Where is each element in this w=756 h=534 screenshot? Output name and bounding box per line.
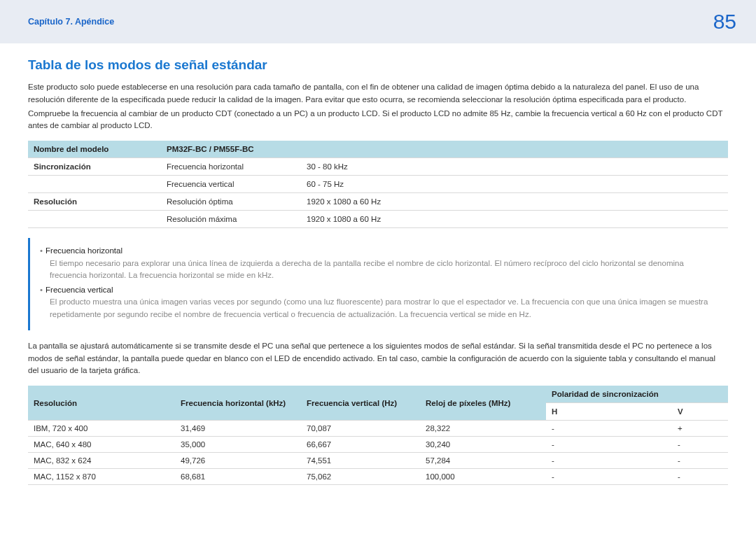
t1-cell: 60 - 75 Hz xyxy=(301,176,728,193)
t2-h-pol: Polaridad de sincronización xyxy=(546,386,728,403)
intro-block: Este producto solo puede establecerse en… xyxy=(28,81,728,132)
t2-cell: - xyxy=(546,437,672,453)
t2-cell: - xyxy=(546,421,672,437)
t2-cell: + xyxy=(672,421,728,437)
t2-cell: - xyxy=(546,469,672,485)
t1-cell: 1920 x 1080 a 60 Hz xyxy=(301,211,728,228)
t2-cell: 28,322 xyxy=(420,421,546,437)
mid-para: La pantalla se ajustará automáticamente … xyxy=(28,340,728,377)
t1-cell: 1920 x 1080 a 60 Hz xyxy=(301,193,728,211)
t2-cell: - xyxy=(546,453,672,469)
t2-cell: - xyxy=(672,469,728,485)
note-item: •Frecuencia verticalEl producto muestra … xyxy=(40,284,718,321)
t2-cell: - xyxy=(672,437,728,453)
chapter-label: Capítulo 7. Apéndice xyxy=(28,17,114,27)
note-title: Frecuencia horizontal xyxy=(46,246,122,255)
t2-cell: 66,667 xyxy=(301,437,420,453)
note-desc: El tiempo necesario para explorar una ún… xyxy=(50,258,718,282)
t2-cell: 31,469 xyxy=(175,421,301,437)
header-bar: Capítulo 7. Apéndice 85 xyxy=(0,0,756,43)
model-table: Nombre del modelo PM32F-BC / PM55F-BC Si… xyxy=(28,141,728,228)
t1-cell: Resolución óptima xyxy=(161,193,301,211)
t1-header-model: Nombre del modelo xyxy=(28,141,161,158)
page-content: Tabla de los modos de señal estándar Est… xyxy=(0,43,756,485)
t2-cell: 30,240 xyxy=(420,437,546,453)
note-item: •Frecuencia horizontalEl tiempo necesari… xyxy=(40,245,718,281)
t2-h-polh: H xyxy=(546,403,672,421)
note-title: Frecuencia vertical xyxy=(46,286,113,294)
mid-para-block: La pantalla se ajustará automáticamente … xyxy=(28,340,728,377)
t2-cell: IBM, 720 x 400 xyxy=(28,421,175,437)
t2-h-res: Resolución xyxy=(28,386,175,421)
signal-table: Resolución Frecuencia horizontal (kHz) F… xyxy=(28,386,728,485)
t2-cell: MAC, 832 x 624 xyxy=(28,453,175,469)
t2-cell: 100,000 xyxy=(420,469,546,485)
t2-cell: - xyxy=(672,453,728,469)
t2-cell: 74,551 xyxy=(301,453,420,469)
t2-h-clock: Reloj de píxeles (MHz) xyxy=(420,386,546,421)
t2-h-hfreq: Frecuencia horizontal (kHz) xyxy=(175,386,301,421)
t2-h-vfreq: Frecuencia vertical (Hz) xyxy=(301,386,420,421)
intro-para-2: Compruebe la frecuencia al cambiar de un… xyxy=(28,108,728,133)
t2-cell: 57,284 xyxy=(420,453,546,469)
t2-h-polv: V xyxy=(672,403,728,421)
page-number: 85 xyxy=(713,10,736,34)
t1-cell: 30 - 80 kHz xyxy=(301,158,728,176)
t1-cell: Resolución xyxy=(28,193,161,211)
t1-cell: Resolución máxima xyxy=(161,211,301,228)
t1-cell xyxy=(28,176,161,193)
t1-cell: Frecuencia vertical xyxy=(161,176,301,193)
t1-cell: Sincronización xyxy=(28,158,161,176)
t2-cell: 70,087 xyxy=(301,421,420,437)
t2-cell: 35,000 xyxy=(175,437,301,453)
t2-cell: 75,062 xyxy=(301,469,420,485)
note-desc: El producto muestra una única imagen var… xyxy=(50,296,718,321)
page-title: Tabla de los modos de señal estándar xyxy=(28,57,728,73)
t2-cell: MAC, 640 x 480 xyxy=(28,437,175,453)
t1-cell: Frecuencia horizontal xyxy=(161,158,301,176)
t1-cell xyxy=(28,211,161,228)
note-box: •Frecuencia horizontalEl tiempo necesari… xyxy=(28,238,728,330)
t2-cell: MAC, 1152 x 870 xyxy=(28,469,175,485)
t2-cell: 49,726 xyxy=(175,453,301,469)
t1-header-value: PM32F-BC / PM55F-BC xyxy=(161,141,728,158)
intro-para-1: Este producto solo puede establecerse en… xyxy=(28,81,728,106)
t2-cell: 68,681 xyxy=(175,469,301,485)
